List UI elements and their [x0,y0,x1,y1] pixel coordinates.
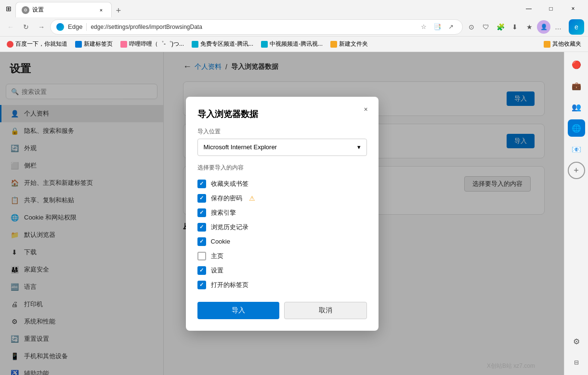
edge-sidebar-btn[interactable]: e [569,19,584,35]
bm-tencent1-label: 免费专区频道-腾讯... [200,40,253,48]
bm-baidu-icon [7,41,13,48]
bm-other-label: 其他收藏夹 [552,40,581,48]
window-icon: ⊞ [4,4,13,13]
checkbox-label-7: 打开的标签页 [211,281,248,289]
extensions-icon[interactable]: 🧩 [494,20,507,34]
checkbox-item-7[interactable]: ✓ 打开的标签页 [197,278,367,292]
favorites-toolbar-icon[interactable]: ★ [523,20,536,34]
bm-newtab-label: 新建标签页 [84,40,113,48]
checkbox-3[interactable]: ✓ [197,223,206,232]
divider [86,23,87,31]
rs-icon-mail[interactable]: 📧 [568,141,585,158]
bm-tencent1-icon [192,41,198,48]
dialog-actions: 导入 取消 [197,302,367,319]
collections-icon[interactable]: 📑 [431,21,443,33]
checkbox-list: ✓ 收藏夹或书签 ✓ 保存的密码 ⚠ ✓ 搜索引擎 ✓ 浏览历史记录 ✓ Coo… [197,177,367,292]
checkbox-label-5: 主页 [211,252,223,260]
tab-bar: ⚙ 设置 × + [15,0,516,17]
bm-other-icon [544,41,550,48]
bm-tencent2-icon [261,41,268,48]
dialog-title: 导入浏览器数据 [197,108,367,120]
checkbox-item-5[interactable]: 主页 [197,249,367,263]
bm-tencent2-label: 中视频频道-腾讯视... [270,40,323,48]
url-text: edge://settings/profiles/importBrowsingD… [91,24,414,30]
edge-label: Edge [68,23,82,30]
source-value: Microsoft Internet Explorer [204,143,277,151]
new-tab-btn[interactable]: + [112,4,125,17]
warning-icon: ⚠ [249,194,255,202]
checkbox-2[interactable]: ✓ [197,208,206,217]
checkbox-label-1: 保存的密码 [211,194,242,203]
checkbox-6[interactable]: ✓ [197,266,206,275]
content-label: 选择要导入的内容 [197,164,367,172]
checkbox-label-6: 设置 [211,266,223,275]
rs-icon-globe[interactable]: 🌐 [568,119,585,137]
address-box[interactable]: Edge edge://settings/profiles/importBrow… [50,19,463,35]
browser-essentials-icon[interactable]: 🛡 [479,20,493,34]
tab-close-btn[interactable]: × [97,6,105,14]
rs-add-btn[interactable]: + [568,162,585,179]
downloads-icon[interactable]: ⬇ [508,20,522,34]
rs-icon-red[interactable]: 🔴 [568,56,585,73]
rs-scan-icon[interactable]: ⊟ [568,354,585,371]
bm-newfolder[interactable]: 新建文件夹 [327,39,371,49]
bm-tencent2[interactable]: 中视频频道-腾讯视... [258,39,326,49]
bm-newtab-icon [75,41,82,48]
source-label: 导入位置 [197,128,367,136]
settings-more-icon[interactable]: … [551,20,565,34]
settings-tab[interactable]: ⚙ 设置 × [15,2,112,17]
checkbox-label-3: 浏览历史记录 [211,223,248,232]
forward-btn[interactable]: → [35,20,48,34]
minimize-btn[interactable]: — [518,1,540,16]
dialog-import-btn[interactable]: 导入 [197,302,279,319]
rs-settings-icon[interactable]: ⚙ [568,333,585,350]
favorites-icon[interactable]: ☆ [418,21,430,33]
checkbox-item-3[interactable]: ✓ 浏览历史记录 [197,220,367,234]
bm-baidu[interactable]: 百度一下，你就知道 [4,39,70,49]
checkbox-item-1[interactable]: ✓ 保存的密码 ⚠ [197,191,367,206]
main-area: 设置 🔍 👤个人资料🔒隐私、搜索和服务🔄外观⬜侧栏🏠开始、主页和新建标签页📋共享… [0,52,588,375]
bm-other[interactable]: 其他收藏夹 [541,39,584,49]
checkbox-item-0[interactable]: ✓ 收藏夹或书签 [197,177,367,191]
refresh-btn[interactable]: ↻ [19,20,33,34]
bm-baidu-label: 百度一下，你就知道 [15,40,67,48]
checkbox-7[interactable]: ✓ [197,281,206,289]
checkbox-0[interactable]: ✓ [197,180,206,188]
tab-title: 设置 [32,6,94,14]
checkbox-4[interactable]: ✓ [197,237,206,246]
bookmarks-bar: 百度一下，你就知道 新建标签页 哔哩哔哩（゜-゜)つ... 免费专区频道-腾讯.… [0,37,588,52]
bm-tencent1[interactable]: 免费专区频道-腾讯... [189,39,256,49]
back-btn[interactable]: ← [4,20,17,34]
window-controls: — □ × [518,1,584,16]
checkbox-item-4[interactable]: ✓ Cookie [197,234,367,249]
rs-icon-people[interactable]: 👥 [568,98,585,116]
checkbox-item-2[interactable]: ✓ 搜索引擎 [197,206,367,220]
dialog-overlay: × 导入浏览器数据 导入位置 Microsoft Internet Explor… [0,52,564,375]
address-bar: ← ↻ → Edge edge://settings/profiles/impo… [0,17,588,37]
edge-logo [56,23,64,31]
bm-newfolder-icon [330,41,337,48]
dialog-close-btn[interactable]: × [359,103,373,116]
dialog-cancel-btn[interactable]: 取消 [284,302,367,319]
close-btn[interactable]: × [562,1,584,16]
share-icon[interactable]: ↗ [445,21,457,33]
dropdown-chevron: ▾ [357,143,361,151]
address-icons: ☆ 📑 ↗ [418,21,457,33]
checkbox-5[interactable] [197,252,206,260]
bm-newfolder-label: 新建文件夹 [339,40,368,48]
source-dropdown[interactable]: Microsoft Internet Explorer ▾ [197,139,367,156]
bm-bilibili-icon [120,41,127,48]
bm-bilibili[interactable]: 哔哩哔哩（゜-゜)つ... [118,39,187,49]
bm-newtab[interactable]: 新建标签页 [72,39,116,49]
checkbox-item-6[interactable]: ✓ 设置 [197,263,367,278]
tab-search-icon[interactable]: ⊙ [465,20,478,34]
profile-btn[interactable]: 👤 [537,20,550,34]
right-sidebar: 🔴 💼 👥 🌐 📧 + ⚙ ⊟ [564,52,588,375]
maximize-btn[interactable]: □ [540,1,562,16]
import-dialog: × 导入浏览器数据 导入位置 Microsoft Internet Explor… [186,97,379,331]
checkbox-1[interactable]: ✓ [197,194,206,203]
tab-icon: ⚙ [22,6,29,14]
rs-icon-briefcase[interactable]: 💼 [568,77,585,94]
checkbox-label-4: Cookie [211,238,230,245]
title-bar: ⊞ ⚙ 设置 × + — □ × [0,0,588,17]
